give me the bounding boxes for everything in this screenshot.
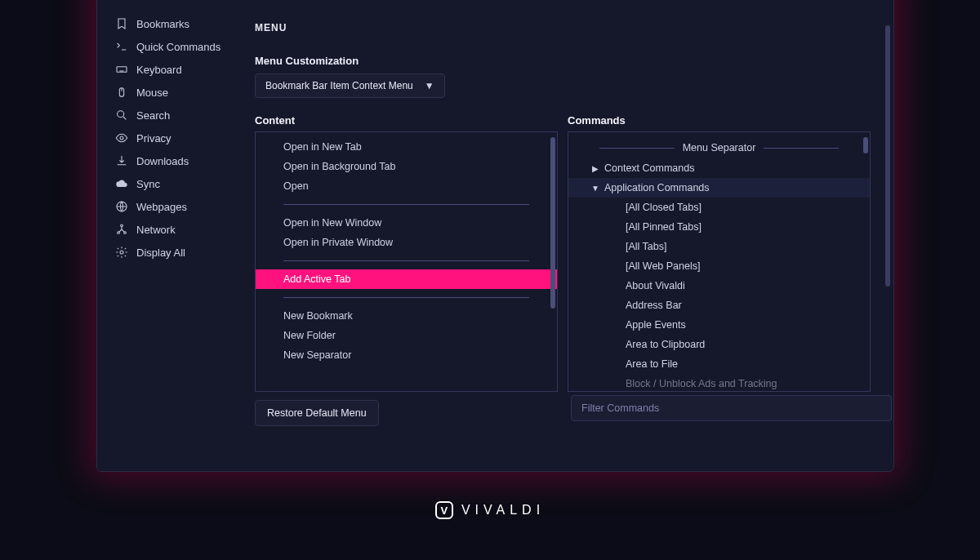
sidebar-item-label: Webpages xyxy=(136,201,187,213)
globe-icon xyxy=(115,200,128,213)
caret-right-icon: ▶ xyxy=(591,164,599,173)
context-commands-group[interactable]: ▶ Context Commands xyxy=(568,158,870,178)
scrollbar-thumb[interactable] xyxy=(550,137,555,309)
sidebar-item-quick-commands[interactable]: Quick Commands xyxy=(97,35,238,58)
sidebar-item-bookmarks[interactable]: Bookmarks xyxy=(97,12,238,35)
download-icon xyxy=(115,154,128,167)
brand-name: VIVALDI xyxy=(461,503,545,518)
commands-column: Commands Menu Separator ▶ Context Comman… xyxy=(568,114,871,392)
sidebar-item-label: Search xyxy=(136,109,170,122)
content-item[interactable]: Open in New Window xyxy=(256,213,557,233)
content-column: Content Open in New Tab Open in Backgrou… xyxy=(255,114,558,392)
content-item[interactable]: Open in New Tab xyxy=(256,137,557,157)
separator xyxy=(283,204,529,205)
sidebar-item-privacy[interactable]: Privacy xyxy=(97,127,238,149)
sidebar-item-label: Privacy xyxy=(136,132,172,144)
commands-panel: Menu Separator ▶ Context Commands ▼ Appl… xyxy=(568,131,871,392)
section-title: MENU xyxy=(255,22,871,33)
svg-point-5 xyxy=(121,224,123,227)
content-item[interactable]: Open in Private Window xyxy=(256,233,557,252)
svg-point-8 xyxy=(120,251,123,254)
scrollbar[interactable] xyxy=(863,136,868,388)
content-panel: Open in New Tab Open in Background Tab O… xyxy=(255,131,558,392)
keyboard-icon xyxy=(115,63,128,76)
mouse-icon xyxy=(115,86,128,99)
filter-input-field[interactable] xyxy=(581,402,881,414)
eye-icon xyxy=(115,131,128,144)
filter-commands-input[interactable] xyxy=(571,395,892,421)
content-item[interactable]: New Bookmark xyxy=(256,306,557,326)
sidebar-item-label: Keyboard xyxy=(136,64,182,76)
svg-point-3 xyxy=(120,136,123,140)
restore-default-menu-button[interactable]: Restore Default Menu xyxy=(255,400,379,426)
command-item[interactable]: Block / Unblock Ads and Tracking xyxy=(568,374,870,391)
command-item[interactable]: [All Web Panels] xyxy=(568,256,870,276)
menu-separator-label: Menu Separator xyxy=(683,142,756,153)
sidebar-item-downloads[interactable]: Downloads xyxy=(97,149,238,172)
sidebar-item-display-all[interactable]: Display All xyxy=(97,241,238,264)
content-item[interactable]: Open in Background Tab xyxy=(256,157,557,176)
sidebar-item-label: Downloads xyxy=(136,155,189,167)
commands-title: Commands xyxy=(568,114,871,127)
main-scrollbar[interactable] xyxy=(885,25,890,455)
content-item[interactable]: New Folder xyxy=(256,326,557,345)
menu-separator-item[interactable]: Menu Separator xyxy=(568,137,870,158)
scrollbar-thumb[interactable] xyxy=(863,137,868,153)
command-item[interactable]: About Vivaldi xyxy=(568,276,870,296)
settings-sidebar: Bookmarks Quick Commands Keyboard Mouse … xyxy=(97,0,238,471)
vivaldi-logo-icon: V xyxy=(435,501,453,519)
settings-main: MENU Menu Customization Bookmark Bar Ite… xyxy=(238,0,893,471)
group-label: Context Commands xyxy=(604,162,694,174)
sidebar-item-label: Network xyxy=(136,224,176,236)
command-item[interactable]: Area to File xyxy=(568,354,870,374)
sidebar-item-webpages[interactable]: Webpages xyxy=(97,195,238,218)
dropdown-value: Bookmark Bar Item Context Menu xyxy=(265,80,413,91)
menu-select-dropdown[interactable]: Bookmark Bar Item Context Menu ▼ xyxy=(255,73,445,98)
content-title: Content xyxy=(255,114,558,127)
svg-point-2 xyxy=(118,111,124,118)
command-item[interactable]: Area to Clipboard xyxy=(568,335,870,354)
sidebar-item-mouse[interactable]: Mouse xyxy=(97,81,238,104)
application-commands-group[interactable]: ▼ Application Commands xyxy=(568,178,870,198)
separator xyxy=(283,297,529,298)
cloud-icon xyxy=(115,177,128,190)
search-icon xyxy=(115,109,128,122)
command-item[interactable]: [All Tabs] xyxy=(568,237,870,256)
bookmark-icon xyxy=(115,17,128,30)
network-icon xyxy=(115,223,128,236)
separator xyxy=(283,260,529,261)
command-item[interactable]: Address Bar xyxy=(568,296,870,315)
content-item[interactable]: New Separator xyxy=(256,345,557,365)
caret-down-icon: ▼ xyxy=(591,184,599,193)
menu-customization-label: Menu Customization xyxy=(255,55,871,67)
chevron-down-icon: ▼ xyxy=(425,80,434,91)
sidebar-item-network[interactable]: Network xyxy=(97,218,238,241)
command-item[interactable]: Apple Events xyxy=(568,315,870,335)
content-item[interactable]: Open xyxy=(256,176,557,196)
command-item[interactable]: [All Closed Tabs] xyxy=(568,198,870,217)
gear-icon xyxy=(115,246,128,259)
sidebar-item-search[interactable]: Search xyxy=(97,104,238,127)
button-label: Restore Default Menu xyxy=(267,407,367,419)
command-item[interactable]: [All Pinned Tabs] xyxy=(568,217,870,237)
quick-icon xyxy=(115,40,128,53)
settings-window: Bookmarks Quick Commands Keyboard Mouse … xyxy=(96,0,894,472)
sidebar-item-label: Sync xyxy=(136,178,160,190)
content-item-selected[interactable]: Add Active Tab xyxy=(256,269,557,289)
sidebar-item-label: Quick Commands xyxy=(136,41,220,53)
sidebar-item-keyboard[interactable]: Keyboard xyxy=(97,58,238,81)
sidebar-item-label: Display All xyxy=(136,247,185,259)
scrollbar-thumb[interactable] xyxy=(885,25,890,287)
scrollbar[interactable] xyxy=(550,136,555,388)
sidebar-item-label: Mouse xyxy=(136,87,168,99)
sidebar-item-label: Bookmarks xyxy=(136,18,189,30)
sidebar-item-sync[interactable]: Sync xyxy=(97,172,238,195)
brand-footer: V VIVALDI xyxy=(0,501,980,519)
group-label: Application Commands xyxy=(604,182,710,193)
